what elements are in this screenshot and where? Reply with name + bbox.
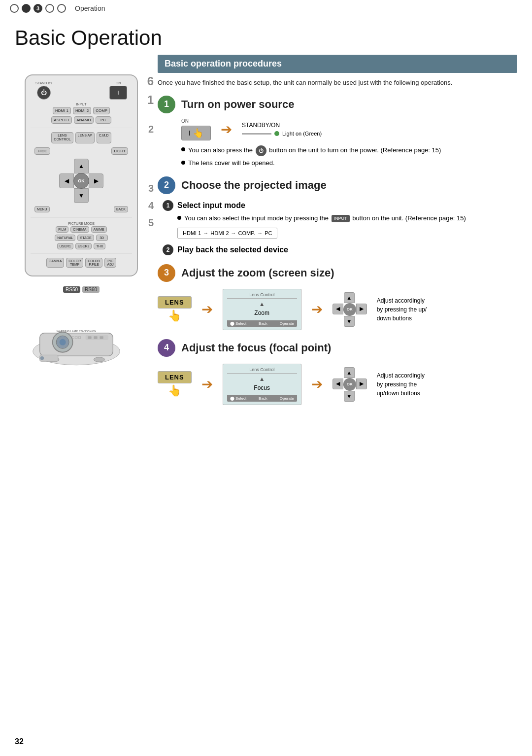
picture-mode-label: PICTURE MODE	[31, 222, 132, 225]
menu-btn[interactable]: MENU	[34, 206, 50, 212]
on-btn[interactable]: I	[109, 86, 127, 100]
standby-btn[interactable]: ⏻	[37, 86, 51, 100]
hdmi2-btn[interactable]: HDMI 2	[73, 107, 91, 114]
natural-btn[interactable]: NATURAL	[55, 235, 75, 241]
hide-btn[interactable]: HIDE	[34, 147, 50, 155]
mini-dpad-up-f[interactable]: ▲	[344, 367, 355, 378]
anamo-btn[interactable]: ANAMO	[74, 116, 93, 124]
bullet-2-text: The lens cover will be opened.	[188, 159, 275, 168]
select-label-focus: ⬤ Select	[230, 396, 246, 401]
mini-dpad-left-f[interactable]: ◀	[332, 378, 343, 389]
dpad-ok[interactable]: OK	[73, 173, 89, 189]
aspect-btn[interactable]: ASPECT	[51, 116, 72, 124]
step-1-title: Turn on power source	[181, 98, 294, 111]
lens-ap-btn[interactable]: LENS AP	[75, 132, 95, 143]
3d-btn[interactable]: 3D	[96, 235, 108, 241]
color-temp-btn[interactable]: COLORTEMP	[66, 258, 83, 268]
standby-label-row: STANDBY/ON	[242, 122, 322, 129]
ok-dpad-focus: ▲ ▼ ◀ ▶ OK	[332, 367, 367, 402]
hdmi1-btn[interactable]: HDMI 1	[53, 107, 71, 114]
lens-screen-focus: Lens Control ▲ Focus ⬤ Select Back Opera…	[223, 364, 301, 405]
pc-btn[interactable]: PC	[96, 116, 111, 124]
adjust-text-focus: Adjust accordingly by pressing the up/do…	[377, 371, 425, 398]
substep-2-circle: 2	[163, 244, 173, 255]
rs50-label: RS50	[63, 286, 80, 293]
green-indicator-dot	[274, 131, 279, 136]
dpad-right[interactable]: ▶	[89, 173, 103, 188]
back-label-focus: Back	[259, 396, 267, 401]
mini-dpad-right[interactable]: ▶	[356, 304, 367, 314]
dpad-up[interactable]: ▲	[74, 159, 89, 173]
projector-svg: WARNING LAMP STANDBY/ON □ □ □	[25, 306, 128, 370]
lens-btn-focus[interactable]: LENS	[158, 371, 192, 383]
on-label-diag: ON	[181, 118, 189, 124]
page-title: Basic Operation	[0, 17, 532, 55]
power-inline-btn: ⏻	[256, 145, 266, 156]
light-btn[interactable]: LIGHT	[111, 147, 128, 155]
on-label: ON	[116, 81, 121, 85]
back-btn[interactable]: BACK	[114, 206, 128, 212]
remote-control: STAND BY ⏻ ON I INPUT HDMI 1 HDMI 2 COMP	[25, 74, 138, 276]
dpad: ▲ ▼ ◀ ▶ OK	[59, 159, 103, 203]
mini-dpad-left[interactable]: ◀	[332, 304, 343, 314]
remote-wrapper: 6 1 2 3 4 5 STAND BY ⏻ ON I	[25, 69, 138, 276]
mini-dpad-right-f[interactable]: ▶	[356, 378, 367, 389]
mini-dpad-ok-f[interactable]: OK	[343, 378, 356, 391]
user1-btn[interactable]: USER1	[57, 243, 73, 249]
top-bar-title: Operation	[75, 4, 105, 12]
right-col: Basic operation procedures Once you have…	[153, 55, 522, 414]
power-diagram: ON I 👆 ➔ STANDBY/ON	[181, 118, 517, 140]
dpad-left[interactable]: ◀	[59, 173, 74, 188]
flow-hdmi2: HDMI 2	[210, 230, 229, 236]
label-6: 6	[147, 74, 154, 88]
step-2-block: 2 Choose the projected image 1 Select in…	[158, 176, 517, 255]
dot-2	[22, 4, 31, 13]
dot-3-active: 3	[33, 4, 42, 13]
mini-dpad-ok[interactable]: OK	[343, 303, 356, 316]
lens-btn-box-zoom: LENS 👆	[158, 296, 192, 322]
operate-label-focus: Operate	[280, 396, 294, 401]
lens-btn-zoom[interactable]: LENS	[158, 296, 192, 309]
color-pfile-btn[interactable]: COLORP.FILE	[85, 258, 102, 268]
lens-screen-up-zoom: ▲	[227, 301, 297, 308]
focus-arrow: ➔	[201, 376, 213, 392]
substep-1-title: Select input mode	[177, 201, 245, 210]
thx-btn[interactable]: THX	[94, 243, 105, 249]
comp-btn[interactable]: COMP	[93, 107, 110, 114]
cmd-btn[interactable]: C.M.D	[97, 132, 111, 143]
light-indicator-row: Light on (Green)	[242, 131, 322, 137]
flow-arrow-2: →	[231, 230, 236, 236]
input-inline-btn: INPUT	[332, 215, 350, 222]
anime-btn[interactable]: ANIME	[91, 226, 107, 233]
lens-control-btn[interactable]: LENSCONTROL	[51, 132, 73, 143]
mini-dpad-down[interactable]: ▼	[344, 316, 355, 327]
cinema-btn[interactable]: CINEMA	[70, 226, 89, 233]
svg-rect-8	[100, 336, 103, 339]
mini-dpad-up[interactable]: ▲	[344, 292, 355, 303]
stage-btn[interactable]: STAGE	[77, 235, 94, 241]
substep-2-heading: 2 Play back the selected device	[163, 244, 517, 255]
step-3-circle: 3	[158, 264, 175, 282]
dot-5	[57, 4, 66, 13]
step-3-heading: 3 Adjust the zoom (screen size)	[158, 264, 517, 282]
step-3-title: Adjust the zoom (screen size)	[181, 267, 334, 279]
user2-btn[interactable]: USER2	[75, 243, 92, 249]
main-layout: 6 1 2 3 4 5 STAND BY ⏻ ON I	[0, 55, 532, 414]
hand-touch-icon: 👆	[193, 128, 203, 138]
light-label: Light on (Green)	[282, 131, 322, 137]
step-2-circle: 2	[158, 176, 175, 194]
gamma-btn[interactable]: GAMMA	[46, 258, 64, 268]
power-arrow: ➔	[221, 121, 232, 137]
mini-dpad-down-f[interactable]: ▼	[344, 391, 355, 402]
focus-arrow-2: ➔	[311, 376, 323, 392]
film-btn[interactable]: FILM	[56, 226, 68, 233]
label-4: 4	[148, 200, 154, 211]
label-3: 3	[148, 183, 154, 194]
step-3-block: 3 Adjust the zoom (screen size) LENS 👆 ➔…	[158, 264, 517, 330]
model-labels: RS50 RS60	[63, 286, 100, 293]
pic-adj-btn[interactable]: PICADJ	[104, 258, 116, 268]
dpad-down[interactable]: ▼	[74, 188, 89, 203]
standby-info: STANDBY/ON Light on (Green)	[242, 122, 322, 137]
lens-screen-item-focus: Focus	[227, 382, 297, 393]
substep-2-block: 2 Play back the selected device	[163, 244, 517, 255]
